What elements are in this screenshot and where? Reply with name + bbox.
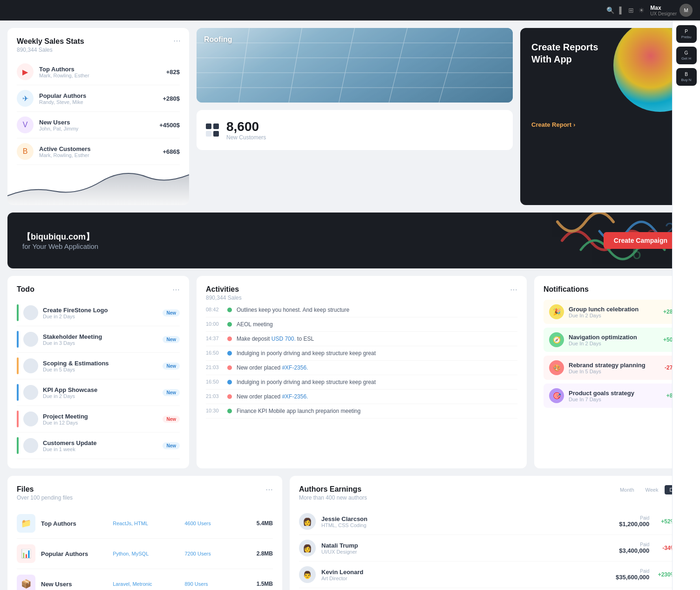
nav-icons: 🔍 ▌ ⊞ ☀ xyxy=(606,7,645,14)
stat-top-authors: ▶ Top Authors Mark, Rowling, Esther +82$ xyxy=(17,59,180,85)
roofing-card: Roofing xyxy=(197,28,513,103)
weekly-sales-menu[interactable]: ⋯ xyxy=(173,36,181,45)
author-item: 👨 Kevin Leonard Art Director Paid $35,60… xyxy=(299,562,683,588)
top-authors-icon: ▶ xyxy=(17,63,34,80)
svg-line-3 xyxy=(389,28,408,103)
side-panel-buyn[interactable]: B Buy N xyxy=(676,68,697,86)
search-icon[interactable]: 🔍 xyxy=(606,7,614,14)
act-dot xyxy=(227,336,232,341)
todo-menu[interactable]: ⋯ xyxy=(172,285,180,294)
popular-authors-icon: ✈ xyxy=(17,90,34,107)
activity-link[interactable]: #XF-2356. xyxy=(282,364,308,371)
activities-card: Activities 890,344 Sales ⋯ 08:42 Outline… xyxy=(197,276,527,468)
activity-item: 08:42 Outlines keep you honest. And keep… xyxy=(206,303,517,317)
todo-bar xyxy=(17,357,19,374)
brightness-icon[interactable]: ☀ xyxy=(639,7,645,14)
stat-value: +82$ xyxy=(166,69,180,75)
notifications-title: Notifications xyxy=(544,285,589,294)
stat-new-users: V New Users John, Pat, Jimmy +4500$ xyxy=(17,112,180,138)
author-avatar: 👩 xyxy=(299,513,316,530)
file-icon: 📊 xyxy=(17,544,35,563)
activity-link[interactable]: USD 700. xyxy=(272,336,296,342)
activities-title: Activities xyxy=(206,285,242,294)
campaign-text: 【biqubiqu.com】 for Your Web Application xyxy=(22,231,98,250)
files-title: Files xyxy=(17,485,73,494)
todo-bar xyxy=(17,411,19,427)
activity-item: 21:03 New order placed #XF-2356. xyxy=(206,390,517,404)
activities-subtitle: 890,344 Sales xyxy=(206,295,242,301)
bar-icon[interactable]: ▌ xyxy=(619,7,624,14)
todo-avatar xyxy=(23,358,38,373)
notification-item: 🎯 Product goals strategy Due In 7 Days +… xyxy=(544,384,683,408)
roofing-image: Roofing xyxy=(197,28,513,103)
top-nav: 🔍 ▌ ⊞ ☀ Max UX Designer M xyxy=(0,0,700,21)
customers-card: 8,600 New Customers xyxy=(197,110,513,150)
user-role: UX Designer xyxy=(650,11,677,16)
activity-link[interactable]: #XF-2356. xyxy=(282,393,308,400)
todo-avatar xyxy=(23,438,38,453)
todo-bar xyxy=(17,331,19,348)
reports-card: Create ReportsWith App Create Report › xyxy=(520,28,693,205)
todo-badge: New xyxy=(163,416,180,423)
user-info: Max UX Designer M xyxy=(650,4,693,17)
create-campaign-button[interactable]: Create Campaign xyxy=(604,232,678,249)
notif-icon: 🎨 xyxy=(549,360,564,375)
period-month-button[interactable]: Month xyxy=(615,485,639,494)
weekly-sales-title: Weekly Sales Stats xyxy=(17,37,180,46)
period-week-button[interactable]: Week xyxy=(641,485,663,494)
mini-chart xyxy=(7,158,189,205)
notification-item: 🎨 Rebrand strategy planning Due In 5 Day… xyxy=(544,356,683,380)
todo-avatar xyxy=(23,412,38,426)
activity-item: 10:00 AEOL meeting xyxy=(206,317,517,332)
author-item: 👩 Jessie Clarcson HTML, CSS Coding Paid … xyxy=(299,508,683,535)
campaign-banner: 【biqubiqu.com】 for Your Web Application … xyxy=(7,213,693,268)
todo-avatar xyxy=(23,305,38,320)
side-panel: P Prebu G Get H B Buy N xyxy=(672,21,700,590)
act-dot xyxy=(227,308,232,312)
act-dot xyxy=(227,351,232,356)
file-item: 📦 New Users Laravel, Metronic 890 Users … xyxy=(17,569,273,590)
main-content: Weekly Sales Stats 890,344 Sales ⋯ ▶ Top… xyxy=(0,21,700,590)
reports-title: Create ReportsWith App xyxy=(531,41,681,65)
roofing-title: Roofing xyxy=(204,35,232,44)
customers-label: New Customers xyxy=(226,134,266,141)
todo-item: Customers Update Due in 1 week New xyxy=(17,432,180,459)
todo-badge: New xyxy=(163,309,180,316)
weekly-sales-card: Weekly Sales Stats 890,344 Sales ⋯ ▶ Top… xyxy=(7,28,189,205)
create-report-link[interactable]: Create Report › xyxy=(531,121,575,128)
todo-item: Create FireStone Logo Due in 2 Days New xyxy=(17,300,180,326)
notif-icon: 🧭 xyxy=(549,332,564,347)
todo-bar xyxy=(17,304,19,321)
author-item: 👨 Brad Simmons Successful Fellas Paid $2… xyxy=(299,588,683,590)
notif-icon: 🎉 xyxy=(549,304,564,319)
squares-icon xyxy=(206,123,219,137)
user-name: Max xyxy=(650,5,677,11)
earnings-title: Authors Earnings xyxy=(299,485,367,494)
notifications-card: Notifications ⋯ 🎉 Group lunch celebratio… xyxy=(534,276,693,468)
side-panel-geth[interactable]: G Get H xyxy=(676,47,697,64)
stat-popular-authors: ✈ Popular Authors Randy, Steve, Mike +28… xyxy=(17,85,180,112)
reports-content: Create ReportsWith App Create Report › xyxy=(520,28,693,142)
side-panel-prebu[interactable]: P Prebu xyxy=(676,25,697,43)
stat-value: +280$ xyxy=(163,95,180,102)
svg-line-1 xyxy=(289,28,302,103)
stat-sub: Mark, Rowling, Esther xyxy=(39,152,157,158)
row-2: Todo ⋯ Create FireStone Logo Due in 2 Da… xyxy=(7,276,693,468)
activity-item: 16:50 Indulging in poorly driving and ke… xyxy=(206,346,517,361)
author-avatar: 👩 xyxy=(299,540,316,556)
grid-icon[interactable]: ⊞ xyxy=(628,7,634,14)
todo-avatar xyxy=(23,332,38,347)
new-users-icon: V xyxy=(17,117,34,133)
avatar[interactable]: M xyxy=(680,4,693,17)
campaign-sub: for Your Web Application xyxy=(22,242,98,250)
row-3: Files Over 100 pending files ⋯ 📁 Top Aut… xyxy=(7,476,693,590)
weekly-sales-subtitle: 890,344 Sales xyxy=(17,47,180,53)
stat-sub: Mark, Rowling, Esther xyxy=(39,73,161,78)
file-item: 📊 Popular Authors Python, MySQL 7200 Use… xyxy=(17,539,273,569)
activities-menu[interactable]: ⋯ xyxy=(510,285,517,301)
files-menu[interactable]: ⋯ xyxy=(265,485,273,494)
stat-name: Active Customers xyxy=(39,145,157,152)
notification-item: 🎉 Group lunch celebration Due In 2 Days … xyxy=(544,300,683,324)
stat-name: Top Authors xyxy=(39,66,161,73)
stat-sub: Randy, Steve, Mike xyxy=(39,99,157,105)
